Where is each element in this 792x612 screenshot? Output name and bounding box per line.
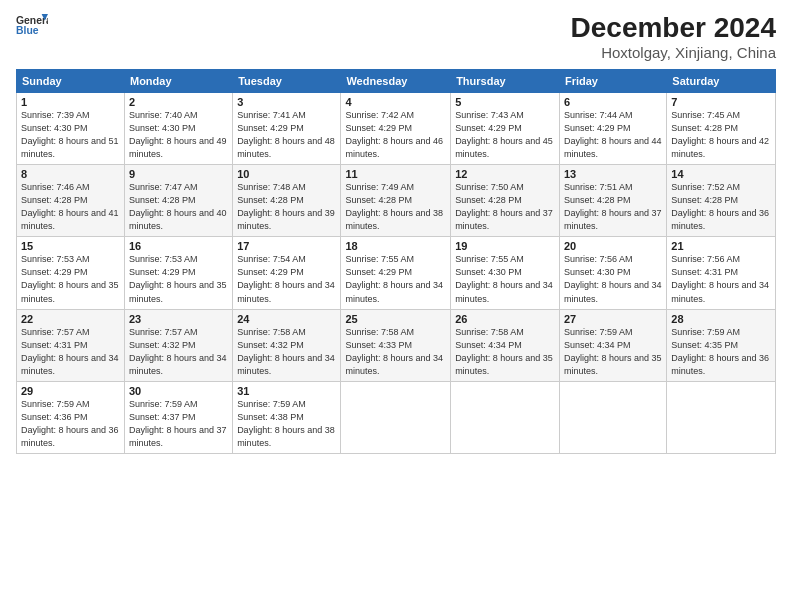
col-wednesday: Wednesday <box>341 70 451 93</box>
col-saturday: Saturday <box>667 70 776 93</box>
day-detail: Sunrise: 7:59 AMSunset: 4:34 PMDaylight:… <box>564 326 662 378</box>
day-number: 1 <box>21 96 120 108</box>
day-detail: Sunrise: 7:58 AMSunset: 4:32 PMDaylight:… <box>237 326 336 378</box>
subtitle: Hoxtolgay, Xinjiang, China <box>571 44 776 61</box>
day-detail: Sunrise: 7:44 AMSunset: 4:29 PMDaylight:… <box>564 109 662 161</box>
day-number: 13 <box>564 168 662 180</box>
day-detail: Sunrise: 7:58 AMSunset: 4:33 PMDaylight:… <box>345 326 446 378</box>
day-number: 8 <box>21 168 120 180</box>
table-row: 4 Sunrise: 7:42 AMSunset: 4:29 PMDayligh… <box>341 93 451 165</box>
day-detail: Sunrise: 7:53 AMSunset: 4:29 PMDaylight:… <box>21 253 120 305</box>
table-row: 2 Sunrise: 7:40 AMSunset: 4:30 PMDayligh… <box>124 93 232 165</box>
day-number: 2 <box>129 96 228 108</box>
table-row <box>341 381 451 453</box>
day-detail: Sunrise: 7:50 AMSunset: 4:28 PMDaylight:… <box>455 181 555 233</box>
table-row: 10 Sunrise: 7:48 AMSunset: 4:28 PMDaylig… <box>233 165 341 237</box>
day-detail: Sunrise: 7:45 AMSunset: 4:28 PMDaylight:… <box>671 109 771 161</box>
col-sunday: Sunday <box>17 70 125 93</box>
table-row: 14 Sunrise: 7:52 AMSunset: 4:28 PMDaylig… <box>667 165 776 237</box>
title-block: December 2024 Hoxtolgay, Xinjiang, China <box>571 12 776 61</box>
table-row <box>667 381 776 453</box>
day-number: 5 <box>455 96 555 108</box>
header: General Blue December 2024 Hoxtolgay, Xi… <box>16 12 776 61</box>
table-row: 21 Sunrise: 7:56 AMSunset: 4:31 PMDaylig… <box>667 237 776 309</box>
table-row: 19 Sunrise: 7:55 AMSunset: 4:30 PMDaylig… <box>451 237 560 309</box>
page: General Blue December 2024 Hoxtolgay, Xi… <box>0 0 792 612</box>
day-number: 12 <box>455 168 555 180</box>
col-monday: Monday <box>124 70 232 93</box>
table-row: 23 Sunrise: 7:57 AMSunset: 4:32 PMDaylig… <box>124 309 232 381</box>
day-detail: Sunrise: 7:59 AMSunset: 4:36 PMDaylight:… <box>21 398 120 450</box>
day-number: 19 <box>455 240 555 252</box>
day-detail: Sunrise: 7:41 AMSunset: 4:29 PMDaylight:… <box>237 109 336 161</box>
table-row: 27 Sunrise: 7:59 AMSunset: 4:34 PMDaylig… <box>559 309 666 381</box>
table-row: 7 Sunrise: 7:45 AMSunset: 4:28 PMDayligh… <box>667 93 776 165</box>
table-row: 22 Sunrise: 7:57 AMSunset: 4:31 PMDaylig… <box>17 309 125 381</box>
day-number: 18 <box>345 240 446 252</box>
table-row: 15 Sunrise: 7:53 AMSunset: 4:29 PMDaylig… <box>17 237 125 309</box>
day-number: 29 <box>21 385 120 397</box>
day-number: 22 <box>21 313 120 325</box>
table-row: 6 Sunrise: 7:44 AMSunset: 4:29 PMDayligh… <box>559 93 666 165</box>
day-number: 3 <box>237 96 336 108</box>
table-row: 8 Sunrise: 7:46 AMSunset: 4:28 PMDayligh… <box>17 165 125 237</box>
day-number: 10 <box>237 168 336 180</box>
logo-icon: General Blue <box>16 12 48 40</box>
table-row: 28 Sunrise: 7:59 AMSunset: 4:35 PMDaylig… <box>667 309 776 381</box>
day-detail: Sunrise: 7:56 AMSunset: 4:31 PMDaylight:… <box>671 253 771 305</box>
day-detail: Sunrise: 7:58 AMSunset: 4:34 PMDaylight:… <box>455 326 555 378</box>
day-detail: Sunrise: 7:49 AMSunset: 4:28 PMDaylight:… <box>345 181 446 233</box>
calendar-table: Sunday Monday Tuesday Wednesday Thursday… <box>16 69 776 454</box>
day-number: 17 <box>237 240 336 252</box>
day-detail: Sunrise: 7:39 AMSunset: 4:30 PMDaylight:… <box>21 109 120 161</box>
day-number: 24 <box>237 313 336 325</box>
col-friday: Friday <box>559 70 666 93</box>
svg-text:Blue: Blue <box>16 25 39 36</box>
day-detail: Sunrise: 7:56 AMSunset: 4:30 PMDaylight:… <box>564 253 662 305</box>
table-row: 30 Sunrise: 7:59 AMSunset: 4:37 PMDaylig… <box>124 381 232 453</box>
table-row: 1 Sunrise: 7:39 AMSunset: 4:30 PMDayligh… <box>17 93 125 165</box>
table-row: 9 Sunrise: 7:47 AMSunset: 4:28 PMDayligh… <box>124 165 232 237</box>
day-number: 26 <box>455 313 555 325</box>
calendar-week-row: 15 Sunrise: 7:53 AMSunset: 4:29 PMDaylig… <box>17 237 776 309</box>
day-number: 15 <box>21 240 120 252</box>
table-row: 11 Sunrise: 7:49 AMSunset: 4:28 PMDaylig… <box>341 165 451 237</box>
day-number: 30 <box>129 385 228 397</box>
day-detail: Sunrise: 7:55 AMSunset: 4:29 PMDaylight:… <box>345 253 446 305</box>
table-row <box>451 381 560 453</box>
day-number: 4 <box>345 96 446 108</box>
table-row: 3 Sunrise: 7:41 AMSunset: 4:29 PMDayligh… <box>233 93 341 165</box>
day-detail: Sunrise: 7:53 AMSunset: 4:29 PMDaylight:… <box>129 253 228 305</box>
day-detail: Sunrise: 7:57 AMSunset: 4:32 PMDaylight:… <box>129 326 228 378</box>
day-number: 27 <box>564 313 662 325</box>
day-number: 7 <box>671 96 771 108</box>
day-detail: Sunrise: 7:55 AMSunset: 4:30 PMDaylight:… <box>455 253 555 305</box>
table-row: 31 Sunrise: 7:59 AMSunset: 4:38 PMDaylig… <box>233 381 341 453</box>
day-number: 23 <box>129 313 228 325</box>
day-number: 6 <box>564 96 662 108</box>
day-detail: Sunrise: 7:52 AMSunset: 4:28 PMDaylight:… <box>671 181 771 233</box>
day-number: 16 <box>129 240 228 252</box>
main-title: December 2024 <box>571 12 776 44</box>
day-detail: Sunrise: 7:54 AMSunset: 4:29 PMDaylight:… <box>237 253 336 305</box>
day-number: 14 <box>671 168 771 180</box>
day-detail: Sunrise: 7:51 AMSunset: 4:28 PMDaylight:… <box>564 181 662 233</box>
table-row: 17 Sunrise: 7:54 AMSunset: 4:29 PMDaylig… <box>233 237 341 309</box>
day-detail: Sunrise: 7:57 AMSunset: 4:31 PMDaylight:… <box>21 326 120 378</box>
table-row: 5 Sunrise: 7:43 AMSunset: 4:29 PMDayligh… <box>451 93 560 165</box>
day-number: 9 <box>129 168 228 180</box>
table-row: 26 Sunrise: 7:58 AMSunset: 4:34 PMDaylig… <box>451 309 560 381</box>
table-row: 13 Sunrise: 7:51 AMSunset: 4:28 PMDaylig… <box>559 165 666 237</box>
day-detail: Sunrise: 7:43 AMSunset: 4:29 PMDaylight:… <box>455 109 555 161</box>
day-detail: Sunrise: 7:40 AMSunset: 4:30 PMDaylight:… <box>129 109 228 161</box>
table-row: 29 Sunrise: 7:59 AMSunset: 4:36 PMDaylig… <box>17 381 125 453</box>
calendar-week-row: 22 Sunrise: 7:57 AMSunset: 4:31 PMDaylig… <box>17 309 776 381</box>
day-number: 11 <box>345 168 446 180</box>
day-number: 20 <box>564 240 662 252</box>
table-row: 24 Sunrise: 7:58 AMSunset: 4:32 PMDaylig… <box>233 309 341 381</box>
day-detail: Sunrise: 7:59 AMSunset: 4:37 PMDaylight:… <box>129 398 228 450</box>
calendar-week-row: 29 Sunrise: 7:59 AMSunset: 4:36 PMDaylig… <box>17 381 776 453</box>
table-row: 16 Sunrise: 7:53 AMSunset: 4:29 PMDaylig… <box>124 237 232 309</box>
day-detail: Sunrise: 7:59 AMSunset: 4:35 PMDaylight:… <box>671 326 771 378</box>
day-detail: Sunrise: 7:42 AMSunset: 4:29 PMDaylight:… <box>345 109 446 161</box>
